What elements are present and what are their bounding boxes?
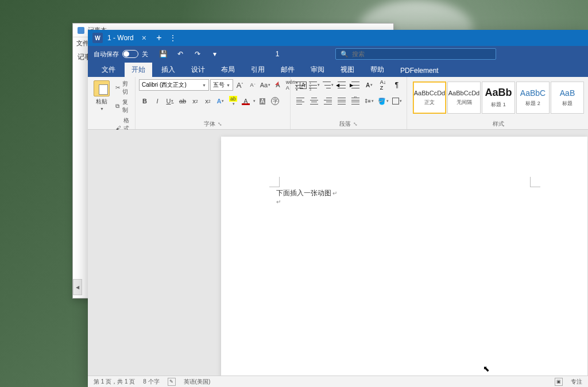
character-shading-button[interactable]: A (257, 95, 268, 107)
style-heading2[interactable]: AaBbC标题 2 (516, 82, 550, 114)
grow-font-button[interactable]: A˄ (234, 79, 246, 91)
tab-references[interactable]: 引用 (244, 63, 272, 77)
status-language[interactable]: 英语(美国) (184, 378, 211, 386)
document-text-line1[interactable]: 下面插入一张动图↵ (276, 188, 337, 198)
word-window: W 1 - Word × + ⋮ 自动保存 关 💾 ↶ ↷ ▾ 1 🔍 文件 开… (88, 30, 588, 387)
ribbon: 粘贴 ▼ ✂剪切 ⧉复制 🖌格式刷 剪贴板⤡ Calibri (西文正文)▼ 五… (88, 77, 588, 130)
asian-layout-button[interactable]: A▾ (363, 79, 376, 91)
autosave-label: 自动保存 (94, 50, 119, 59)
word-tab-title[interactable]: 1 - Word (107, 34, 134, 42)
toggle-icon[interactable] (122, 50, 138, 58)
shading-button[interactable]: 🪣▾ (377, 95, 389, 107)
autosave-state: 关 (142, 50, 148, 59)
decrease-indent-button[interactable]: ◀ (335, 79, 348, 91)
shrink-font-button[interactable]: A˅ (247, 79, 258, 91)
cut-button[interactable]: ✂剪切 (114, 79, 131, 96)
increase-indent-button[interactable]: ▶ (349, 79, 362, 91)
tab-menu-icon[interactable]: ⋮ (168, 34, 177, 42)
tab-help[interactable]: 帮助 (363, 63, 391, 77)
undo-icon[interactable]: ↶ (176, 49, 185, 59)
group-paragraph-label: 段落 (339, 121, 351, 127)
tab-view[interactable]: 视图 (334, 63, 361, 77)
status-page[interactable]: 第 1 页，共 1 页 (94, 378, 135, 386)
paragraph-mark-icon: ↵ (276, 199, 281, 205)
search-box[interactable]: 🔍 (335, 48, 496, 60)
justify-button[interactable] (335, 95, 348, 107)
align-center-button[interactable] (308, 95, 320, 107)
status-focus[interactable]: 专注 (571, 378, 582, 386)
style-heading1[interactable]: AaBb标题 1 (482, 82, 515, 114)
close-tab-icon[interactable]: × (142, 33, 146, 42)
autosave-toggle[interactable]: 自动保存 关 (94, 50, 148, 59)
spellcheck-icon[interactable]: ✎ (168, 378, 176, 386)
bold-button[interactable]: B (139, 95, 150, 107)
font-size-combo[interactable]: 五号▼ (210, 79, 233, 91)
focus-mode-icon[interactable]: ▣ (555, 378, 563, 386)
style-normal[interactable]: AaBbCcDd正文 (413, 82, 446, 114)
paste-label: 粘贴 (96, 98, 107, 106)
dialog-launcher-icon[interactable]: ⤡ (218, 121, 222, 127)
word-app-icon: W (92, 33, 103, 43)
tab-insert[interactable]: 插入 (154, 63, 182, 77)
numbering-button[interactable]: 123▾ (308, 79, 320, 91)
subscript-button[interactable]: x2 (189, 95, 201, 107)
status-words[interactable]: 8 个字 (143, 378, 159, 386)
ribbon-tabs: 文件 开始 插入 设计 布局 引用 邮件 审阅 视图 帮助 PDFelement (88, 62, 588, 77)
paragraph-mark-icon: ↵ (332, 190, 337, 196)
save-icon[interactable]: 💾 (158, 49, 168, 59)
superscript-button[interactable]: x2 (202, 95, 214, 107)
document-page[interactable]: 下面插入一张动图↵ ↵ (221, 137, 587, 376)
group-font-label: 字体 (204, 121, 215, 127)
collapse-handle[interactable]: ◀ (73, 279, 82, 295)
multilevel-list-button[interactable]: ▾ (322, 79, 334, 91)
show-marks-button[interactable]: ¶ (390, 79, 403, 91)
tab-mailings[interactable]: 邮件 (274, 63, 301, 77)
bullets-button[interactable]: ●●●▾ (294, 79, 307, 91)
sort-button[interactable]: A↓Z (377, 79, 389, 91)
borders-button[interactable]: ▾ (390, 95, 403, 107)
style-heading3[interactable]: AaB标题 (551, 82, 584, 114)
group-styles: AaBbCcDd正文 AaBbCcDd无间隔 AaBb标题 1 AaBbC标题 … (407, 77, 588, 129)
highlight-button[interactable]: ab▾ (227, 95, 239, 107)
underline-button[interactable]: U▾ (164, 95, 176, 107)
align-left-button[interactable] (294, 95, 307, 107)
redo-icon[interactable]: ↷ (193, 49, 202, 59)
style-no-spacing[interactable]: AaBbCcDd无间隔 (447, 82, 481, 114)
search-input[interactable] (352, 51, 491, 57)
chevron-down-icon[interactable]: ▾ (253, 99, 256, 103)
new-tab-button[interactable]: + (152, 31, 166, 45)
tab-file[interactable]: 文件 (95, 63, 122, 77)
chevron-down-icon[interactable]: ▼ (100, 107, 104, 111)
font-color-button[interactable]: A (240, 95, 252, 107)
distributed-button[interactable]: ↔ (349, 95, 362, 107)
tab-review[interactable]: 审阅 (304, 63, 331, 77)
change-case-button[interactable]: Aa▾ (260, 79, 271, 91)
quick-access-toolbar: 自动保存 关 💾 ↶ ↷ ▾ 1 🔍 (88, 46, 588, 62)
enclose-characters-button[interactable]: 字 (269, 95, 281, 107)
clear-formatting-button[interactable]: A◢ (272, 79, 284, 91)
margin-corner-icon (530, 177, 540, 187)
paste-button[interactable]: 粘贴 ▼ (91, 79, 112, 112)
tab-pdfelement[interactable]: PDFelement (393, 64, 446, 77)
group-clipboard: 粘贴 ▼ ✂剪切 ⧉复制 🖌格式刷 剪贴板⤡ (88, 77, 136, 129)
scissors-icon: ✂ (115, 84, 120, 91)
paint-bucket-icon: 🪣 (378, 98, 386, 105)
tab-design[interactable]: 设计 (184, 63, 212, 77)
doc-title: 1 (219, 50, 335, 58)
copy-icon: ⧉ (115, 103, 120, 110)
group-font: Calibri (西文正文)▼ 五号▼ A˄ A˅ Aa▾ A◢ wénA A … (136, 77, 291, 129)
align-right-button[interactable] (322, 95, 334, 107)
styles-gallery[interactable]: AaBbCcDd正文 AaBbCcDd无间隔 AaBb标题 1 AaBbC标题 … (411, 79, 586, 116)
line-spacing-button[interactable]: ‡≡▾ (363, 95, 376, 107)
copy-button[interactable]: ⧉复制 (114, 98, 131, 115)
tab-layout[interactable]: 布局 (214, 63, 242, 77)
font-name-combo[interactable]: Calibri (西文正文)▼ (139, 79, 209, 91)
notepad-menu-file[interactable]: 文件 (76, 39, 89, 48)
tab-home[interactable]: 开始 (125, 63, 152, 77)
strikethrough-button[interactable]: ab (177, 95, 188, 107)
group-styles-label: 样式 (493, 121, 504, 127)
qat-dropdown-icon[interactable]: ▾ (210, 49, 219, 59)
italic-button[interactable]: I (152, 95, 163, 107)
text-effects-button[interactable]: A▾ (215, 95, 226, 107)
dialog-launcher-icon[interactable]: ⤡ (353, 121, 358, 127)
